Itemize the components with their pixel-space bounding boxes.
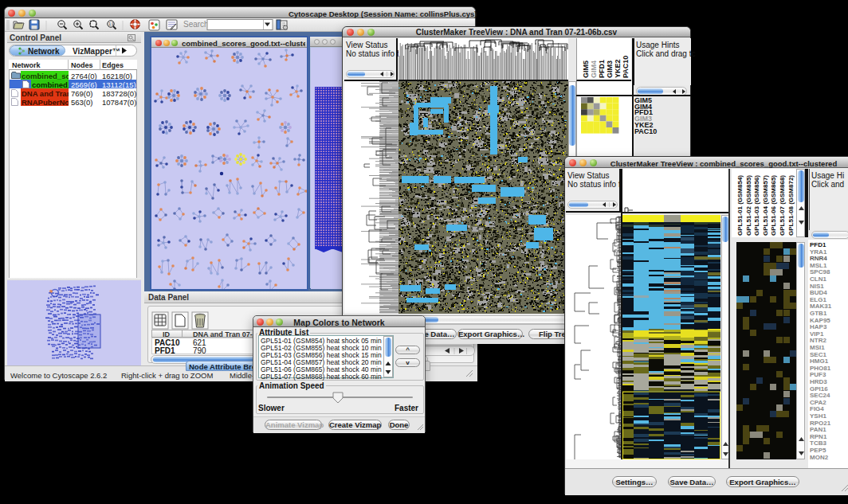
- svg-text:1:1: 1:1: [109, 22, 115, 26]
- svg-text:Search:: Search:: [183, 20, 210, 29]
